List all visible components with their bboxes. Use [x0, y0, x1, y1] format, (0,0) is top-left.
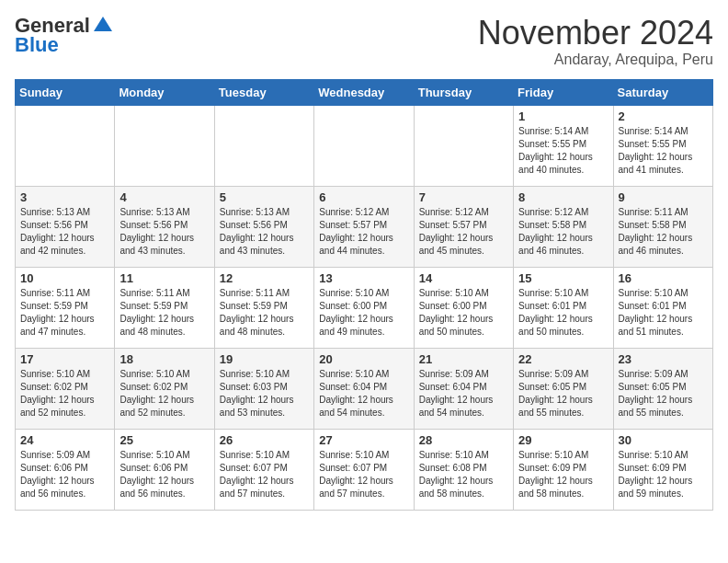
calendar-cell: 16Sunrise: 5:10 AM Sunset: 6:01 PM Dayli… [613, 267, 712, 348]
day-number: 24 [20, 433, 109, 447]
day-number: 2 [619, 109, 708, 123]
weekday-header-saturday: Saturday [613, 79, 712, 105]
day-info: Sunrise: 5:10 AM Sunset: 6:03 PM Dayligh… [220, 368, 309, 419]
day-number: 25 [119, 433, 209, 447]
title-block: November 2024 Andaray, Arequipa, Peru [478, 15, 713, 68]
page-header: General Blue November 2024 Andaray, Areq… [15, 15, 713, 68]
day-number: 28 [419, 433, 508, 447]
month-title: November 2024 [478, 15, 713, 52]
day-number: 16 [619, 271, 708, 285]
calendar-cell: 4Sunrise: 5:13 AM Sunset: 5:56 PM Daylig… [115, 186, 214, 267]
day-number: 10 [20, 271, 109, 285]
calendar-table: SundayMondayTuesdayWednesdayThursdayFrid… [15, 79, 713, 511]
calendar-cell [314, 105, 414, 186]
calendar-cell: 1Sunrise: 5:14 AM Sunset: 5:55 PM Daylig… [514, 105, 613, 186]
day-info: Sunrise: 5:10 AM Sunset: 6:00 PM Dayligh… [319, 287, 408, 339]
calendar-cell: 19Sunrise: 5:10 AM Sunset: 6:03 PM Dayli… [214, 348, 313, 429]
day-info: Sunrise: 5:10 AM Sunset: 6:02 PM Dayligh… [20, 368, 109, 419]
day-number: 3 [20, 190, 109, 204]
location: Andaray, Arequipa, Peru [478, 52, 713, 68]
calendar-cell: 2Sunrise: 5:14 AM Sunset: 5:55 PM Daylig… [613, 105, 712, 186]
weekday-header-monday: Monday [115, 79, 214, 105]
day-number: 5 [220, 190, 309, 204]
calendar-cell: 12Sunrise: 5:11 AM Sunset: 5:59 PM Dayli… [214, 267, 313, 348]
calendar-cell: 8Sunrise: 5:12 AM Sunset: 5:58 PM Daylig… [514, 186, 613, 267]
day-number: 30 [619, 433, 708, 447]
calendar-cell: 17Sunrise: 5:10 AM Sunset: 6:02 PM Dayli… [16, 348, 115, 429]
calendar-cell: 9Sunrise: 5:11 AM Sunset: 5:58 PM Daylig… [613, 186, 712, 267]
day-number: 4 [119, 190, 209, 204]
day-info: Sunrise: 5:09 AM Sunset: 6:05 PM Dayligh… [619, 368, 708, 419]
calendar-cell: 29Sunrise: 5:10 AM Sunset: 6:09 PM Dayli… [514, 429, 613, 510]
day-info: Sunrise: 5:11 AM Sunset: 5:59 PM Dayligh… [220, 287, 309, 339]
calendar-cell: 24Sunrise: 5:09 AM Sunset: 6:06 PM Dayli… [16, 429, 115, 510]
calendar-cell: 27Sunrise: 5:10 AM Sunset: 6:07 PM Dayli… [314, 429, 414, 510]
day-info: Sunrise: 5:09 AM Sunset: 6:06 PM Dayligh… [20, 449, 109, 500]
calendar-cell: 23Sunrise: 5:09 AM Sunset: 6:05 PM Dayli… [613, 348, 712, 429]
weekday-header-friday: Friday [514, 79, 613, 105]
weekday-header-wednesday: Wednesday [314, 79, 414, 105]
day-info: Sunrise: 5:10 AM Sunset: 6:01 PM Dayligh… [619, 287, 708, 339]
weekday-header-thursday: Thursday [414, 79, 513, 105]
day-info: Sunrise: 5:12 AM Sunset: 5:57 PM Dayligh… [319, 206, 408, 258]
week-row-3: 10Sunrise: 5:11 AM Sunset: 5:59 PM Dayli… [16, 267, 713, 348]
calendar-cell: 18Sunrise: 5:10 AM Sunset: 6:02 PM Dayli… [115, 348, 214, 429]
day-number: 7 [419, 190, 508, 204]
calendar-cell: 11Sunrise: 5:11 AM Sunset: 5:59 PM Dayli… [115, 267, 214, 348]
day-number: 11 [119, 271, 209, 285]
day-number: 15 [518, 271, 608, 285]
calendar-cell: 28Sunrise: 5:10 AM Sunset: 6:08 PM Dayli… [414, 429, 513, 510]
day-info: Sunrise: 5:09 AM Sunset: 6:05 PM Dayligh… [518, 368, 608, 419]
calendar-cell: 6Sunrise: 5:12 AM Sunset: 5:57 PM Daylig… [314, 186, 414, 267]
calendar-cell [16, 105, 115, 186]
day-info: Sunrise: 5:10 AM Sunset: 6:00 PM Dayligh… [419, 287, 508, 339]
week-row-2: 3Sunrise: 5:13 AM Sunset: 5:56 PM Daylig… [16, 186, 713, 267]
calendar-cell: 22Sunrise: 5:09 AM Sunset: 6:05 PM Dayli… [514, 348, 613, 429]
day-number: 8 [518, 190, 608, 204]
day-info: Sunrise: 5:12 AM Sunset: 5:57 PM Dayligh… [419, 206, 508, 258]
calendar-cell: 26Sunrise: 5:10 AM Sunset: 6:07 PM Dayli… [214, 429, 313, 510]
day-info: Sunrise: 5:09 AM Sunset: 6:04 PM Dayligh… [419, 368, 508, 419]
day-info: Sunrise: 5:10 AM Sunset: 6:01 PM Dayligh… [518, 287, 608, 339]
day-number: 18 [119, 352, 209, 366]
calendar-cell: 5Sunrise: 5:13 AM Sunset: 5:56 PM Daylig… [214, 186, 313, 267]
day-number: 21 [419, 352, 508, 366]
calendar-cell: 21Sunrise: 5:09 AM Sunset: 6:04 PM Dayli… [414, 348, 513, 429]
day-number: 22 [518, 352, 608, 366]
weekday-header-row: SundayMondayTuesdayWednesdayThursdayFrid… [16, 79, 713, 105]
day-info: Sunrise: 5:10 AM Sunset: 6:07 PM Dayligh… [220, 449, 309, 500]
logo: General Blue [15, 15, 114, 57]
day-number: 17 [20, 352, 109, 366]
calendar-cell: 10Sunrise: 5:11 AM Sunset: 5:59 PM Dayli… [16, 267, 115, 348]
day-number: 29 [518, 433, 608, 447]
calendar-cell: 15Sunrise: 5:10 AM Sunset: 6:01 PM Dayli… [514, 267, 613, 348]
day-info: Sunrise: 5:10 AM Sunset: 6:09 PM Dayligh… [518, 449, 608, 500]
day-number: 26 [220, 433, 309, 447]
day-number: 12 [220, 271, 309, 285]
weekday-header-tuesday: Tuesday [214, 79, 313, 105]
day-number: 6 [319, 190, 408, 204]
day-number: 13 [319, 271, 408, 285]
calendar-cell: 30Sunrise: 5:10 AM Sunset: 6:09 PM Dayli… [613, 429, 712, 510]
week-row-1: 1Sunrise: 5:14 AM Sunset: 5:55 PM Daylig… [16, 105, 713, 186]
calendar-cell: 7Sunrise: 5:12 AM Sunset: 5:57 PM Daylig… [414, 186, 513, 267]
day-info: Sunrise: 5:14 AM Sunset: 5:55 PM Dayligh… [619, 125, 708, 177]
day-info: Sunrise: 5:12 AM Sunset: 5:58 PM Dayligh… [518, 206, 608, 258]
svg-marker-0 [94, 17, 112, 31]
day-info: Sunrise: 5:14 AM Sunset: 5:55 PM Dayligh… [518, 125, 608, 177]
day-info: Sunrise: 5:11 AM Sunset: 5:59 PM Dayligh… [119, 287, 209, 339]
day-info: Sunrise: 5:13 AM Sunset: 5:56 PM Dayligh… [220, 206, 309, 258]
day-number: 27 [319, 433, 408, 447]
day-info: Sunrise: 5:10 AM Sunset: 6:06 PM Dayligh… [119, 449, 209, 500]
calendar-cell: 13Sunrise: 5:10 AM Sunset: 6:00 PM Dayli… [314, 267, 414, 348]
day-number: 20 [319, 352, 408, 366]
calendar-cell: 14Sunrise: 5:10 AM Sunset: 6:00 PM Dayli… [414, 267, 513, 348]
calendar-cell [414, 105, 513, 186]
calendar-cell [214, 105, 313, 186]
day-info: Sunrise: 5:10 AM Sunset: 6:09 PM Dayligh… [619, 449, 708, 500]
calendar-cell: 25Sunrise: 5:10 AM Sunset: 6:06 PM Dayli… [115, 429, 214, 510]
day-info: Sunrise: 5:10 AM Sunset: 6:02 PM Dayligh… [119, 368, 209, 419]
week-row-5: 24Sunrise: 5:09 AM Sunset: 6:06 PM Dayli… [16, 429, 713, 510]
day-info: Sunrise: 5:11 AM Sunset: 5:58 PM Dayligh… [619, 206, 708, 258]
day-info: Sunrise: 5:11 AM Sunset: 5:59 PM Dayligh… [20, 287, 109, 339]
